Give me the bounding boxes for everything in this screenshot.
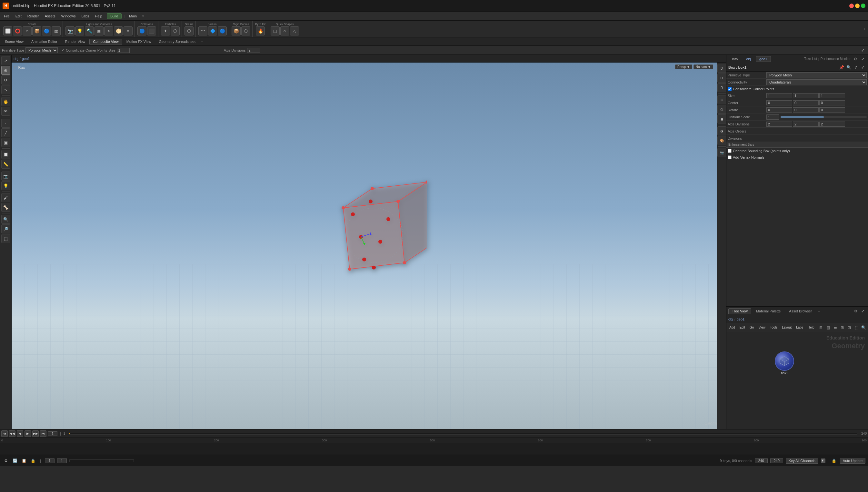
size-x-input[interactable] <box>766 93 792 98</box>
btn-play[interactable]: ▶ <box>25 430 31 437</box>
auto-update-button[interactable]: Auto Update <box>840 458 865 464</box>
tool-transform[interactable]: ⊕ <box>1 66 10 75</box>
shelf-par-icon-1[interactable]: ✦ <box>161 26 170 35</box>
vp-mat-icon[interactable]: 🎨 <box>717 136 726 145</box>
ng-snap-icon[interactable]: ⊡ <box>846 324 852 331</box>
prim-type-value-prop[interactable]: Polygon Mesh <box>766 72 867 78</box>
tab-render-view[interactable]: Render View <box>62 39 89 45</box>
prop-pin-icon[interactable]: 📌 <box>838 64 845 71</box>
rotate-z-input[interactable] <box>819 107 845 113</box>
vp-wireframe-icon[interactable]: ⬡ <box>717 105 726 114</box>
timeline-content[interactable]: 0 100 200 300 500 600 700 800 900 <box>0 438 868 454</box>
key-all-button[interactable]: Key All Channels <box>786 458 818 464</box>
menu-main[interactable]: Main <box>126 14 139 19</box>
status-icon-2[interactable]: 🔄 <box>11 458 18 464</box>
add-vertex-normals-checkbox[interactable] <box>728 155 731 159</box>
rpanel-settings-icon[interactable]: ⚙ <box>852 56 858 62</box>
status-icon-4[interactable]: 🔒 <box>30 458 36 464</box>
center-y-input[interactable] <box>793 100 819 105</box>
prop-help-icon[interactable]: ? <box>852 64 859 71</box>
tab-composite-view[interactable]: Composite View <box>89 39 122 45</box>
shelf-par-icon-2[interactable]: ⬡ <box>171 26 180 35</box>
timeline-scrubber[interactable] <box>69 433 858 435</box>
rpanel-breadcrumb-geo1[interactable]: geo1 <box>756 56 771 62</box>
shelf-volume-light-icon[interactable]: 🌕 <box>114 26 123 35</box>
uniform-scale-slider[interactable] <box>780 116 867 118</box>
tab-add-btn[interactable]: + <box>200 40 204 44</box>
shelf-velum-icon-3[interactable]: 🔵 <box>218 26 227 35</box>
rotate-y-input[interactable] <box>793 107 819 113</box>
shelf-qs-tri[interactable]: △ <box>290 26 299 35</box>
tool-light[interactable]: 💡 <box>1 181 10 190</box>
size-y-input[interactable] <box>793 93 819 98</box>
btn-prev-frame[interactable]: ◀ <box>17 430 23 437</box>
ng-breadcrumb-obj[interactable]: obj <box>728 317 733 321</box>
ng-toolbar-labs[interactable]: Labs <box>794 325 805 329</box>
shelf-icon-grid[interactable]: ▦ <box>52 26 61 35</box>
tool-pose[interactable]: 🦴 <box>1 203 10 212</box>
shelf-area-light-icon[interactable]: ▣ <box>95 26 103 35</box>
ng-settings-icon[interactable]: ⚙ <box>852 308 859 314</box>
maximize-button[interactable] <box>861 3 865 8</box>
shelf-pyro-icon-1[interactable]: 🔥 <box>256 26 265 35</box>
vp-display-icon[interactable]: D <box>717 64 726 73</box>
shelf-velum-icon-2[interactable]: 🔷 <box>208 26 217 35</box>
prim-type-select[interactable]: Polygon Mesh <box>766 72 867 78</box>
breadcrumb-obj[interactable]: obj <box>14 57 18 60</box>
ng-zoom-fit-icon[interactable]: 🔍 <box>860 324 867 331</box>
persp-btn[interactable]: Persp ▼ <box>675 65 692 69</box>
shelf-icon-sphere[interactable]: ⭕ <box>13 26 22 35</box>
frame-end-input[interactable] <box>755 459 768 463</box>
vp-solid-icon[interactable]: ◼ <box>717 115 726 123</box>
tool-zoom-out[interactable]: 🔎 <box>1 224 10 233</box>
ng-breadcrumb-geo1[interactable]: geo1 <box>737 317 745 321</box>
ng-toolbar-tools[interactable]: Tools <box>768 325 779 329</box>
tool-handle[interactable]: 🖐 <box>1 97 10 106</box>
menu-windows[interactable]: Windows <box>59 14 78 19</box>
key-all-icon[interactable]: ▼ <box>821 459 825 463</box>
param-expand-icon[interactable]: ⤢ <box>860 47 866 53</box>
uniform-scale-input[interactable] <box>766 115 779 120</box>
btn-jump-end[interactable]: ⏭ <box>40 430 46 437</box>
size-input[interactable] <box>117 48 130 53</box>
shelf-grains-icon-1[interactable]: ⬡ <box>185 26 194 35</box>
tool-view[interactable]: 👁 <box>1 107 10 116</box>
center-z-input[interactable] <box>819 100 845 105</box>
menu-edit[interactable]: Edit <box>13 14 24 19</box>
ng-list-icon[interactable]: ☰ <box>832 324 838 331</box>
shelf-add-btn[interactable]: + <box>862 27 867 31</box>
consolidate-checkbox[interactable] <box>728 87 731 91</box>
ng-toolbar-help[interactable]: Help <box>806 325 816 329</box>
axis-div-input[interactable] <box>247 48 260 53</box>
shelf-qs-box[interactable]: ◻ <box>271 26 280 35</box>
ng-tile-icon[interactable]: ⊞ <box>839 324 845 331</box>
tab-motion-fx[interactable]: Motion FX View <box>123 39 155 45</box>
btn-next-frame[interactable]: ▶▶ <box>32 430 39 437</box>
breadcrumb-geo1[interactable]: geo1 <box>22 57 30 60</box>
tool-scale[interactable]: ⤡ <box>1 85 10 94</box>
vp-shading-icon[interactable]: ◑ <box>717 126 726 136</box>
tool-edges[interactable]: ╱ <box>1 128 10 137</box>
shelf-camera-icon[interactable]: 📷 <box>66 26 74 35</box>
build-button[interactable]: Build <box>107 13 122 19</box>
shelf-velum-icon-1[interactable]: 〰 <box>198 26 208 35</box>
nocam-btn[interactable]: No cam ▼ <box>694 65 713 69</box>
vp-render-icon[interactable]: R <box>717 83 726 92</box>
node-graph-tab-add[interactable]: + <box>817 309 821 313</box>
shelf-icon-cube[interactable]: ⬜ <box>3 26 12 35</box>
shelf-spot-light-icon[interactable]: 🔦 <box>85 26 94 35</box>
shelf-col-icon-1[interactable]: 🔵 <box>138 26 146 35</box>
shelf-rb-icon-2[interactable]: ⬡ <box>241 26 250 35</box>
tool-snap[interactable]: 🔲 <box>1 150 10 159</box>
tool-brush[interactable]: 🖌 <box>1 193 10 202</box>
status-timeline-mini[interactable] <box>69 460 134 462</box>
vp-overlay-icon[interactable]: O <box>717 74 726 82</box>
ng-expand-icon[interactable]: ⤢ <box>860 308 866 314</box>
tool-camera[interactable]: 📷 <box>1 172 10 180</box>
shelf-qs-circle[interactable]: ○ <box>280 26 289 35</box>
shelf-icon-circle[interactable]: ○ <box>23 26 32 35</box>
tool-measure[interactable]: 📏 <box>1 159 10 169</box>
btn-prev-key[interactable]: ◀◀ <box>9 430 16 437</box>
frame-end-input-2[interactable] <box>770 459 783 463</box>
menu-assets[interactable]: Assets <box>42 14 58 19</box>
